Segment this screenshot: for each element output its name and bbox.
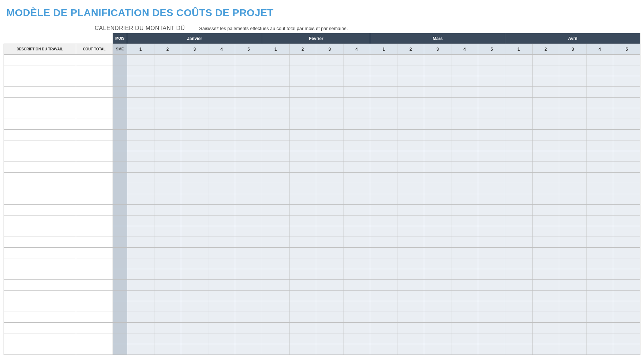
cell-week[interactable] xyxy=(370,323,397,333)
cell-week[interactable] xyxy=(397,65,424,76)
cell-week[interactable] xyxy=(154,108,181,119)
cell-week[interactable] xyxy=(559,173,586,183)
cell-week[interactable] xyxy=(613,312,640,323)
cell-cout-total[interactable] xyxy=(76,226,113,237)
cell-week[interactable] xyxy=(181,237,208,248)
cell-week[interactable] xyxy=(451,76,478,87)
cell-week[interactable] xyxy=(235,151,262,162)
cell-week[interactable] xyxy=(181,130,208,140)
cell-week[interactable] xyxy=(586,183,613,194)
cell-week[interactable] xyxy=(370,344,397,355)
cell-week[interactable] xyxy=(181,258,208,269)
cell-cout-total[interactable] xyxy=(76,87,113,98)
cell-week[interactable] xyxy=(343,140,370,151)
cell-week[interactable] xyxy=(316,194,343,205)
cell-week[interactable] xyxy=(262,301,289,312)
cell-week[interactable] xyxy=(235,237,262,248)
cell-week[interactable] xyxy=(181,87,208,98)
cell-week[interactable] xyxy=(289,291,316,301)
cell-sme[interactable] xyxy=(113,108,127,119)
cell-week[interactable] xyxy=(532,237,559,248)
cell-week[interactable] xyxy=(154,237,181,248)
cell-week[interactable] xyxy=(505,87,532,98)
cell-description[interactable] xyxy=(4,258,76,269)
cell-week[interactable] xyxy=(559,312,586,323)
cell-week[interactable] xyxy=(181,173,208,183)
cell-week[interactable] xyxy=(586,55,613,65)
cell-week[interactable] xyxy=(532,215,559,226)
cell-week[interactable] xyxy=(181,140,208,151)
cell-week[interactable] xyxy=(262,76,289,87)
cell-week[interactable] xyxy=(235,194,262,205)
cell-week[interactable] xyxy=(343,344,370,355)
cell-week[interactable] xyxy=(343,162,370,173)
cell-week[interactable] xyxy=(208,87,235,98)
cell-week[interactable] xyxy=(343,108,370,119)
cell-sme[interactable] xyxy=(113,76,127,87)
cell-week[interactable] xyxy=(559,323,586,333)
cell-cout-total[interactable] xyxy=(76,280,113,291)
cell-week[interactable] xyxy=(397,333,424,344)
cell-week[interactable] xyxy=(505,183,532,194)
cell-week[interactable] xyxy=(505,323,532,333)
cell-week[interactable] xyxy=(262,173,289,183)
cell-week[interactable] xyxy=(235,205,262,215)
cell-week[interactable] xyxy=(613,226,640,237)
cell-week[interactable] xyxy=(154,323,181,333)
cell-sme[interactable] xyxy=(113,140,127,151)
cell-sme[interactable] xyxy=(113,215,127,226)
cell-week[interactable] xyxy=(343,269,370,280)
cell-week[interactable] xyxy=(478,162,505,173)
cell-description[interactable] xyxy=(4,333,76,344)
cell-week[interactable] xyxy=(505,194,532,205)
cell-week[interactable] xyxy=(532,55,559,65)
cell-week[interactable] xyxy=(316,151,343,162)
cell-cout-total[interactable] xyxy=(76,76,113,87)
cell-week[interactable] xyxy=(154,301,181,312)
cell-week[interactable] xyxy=(289,301,316,312)
cell-week[interactable] xyxy=(127,183,154,194)
cell-week[interactable] xyxy=(343,291,370,301)
cell-week[interactable] xyxy=(586,312,613,323)
cell-week[interactable] xyxy=(424,333,451,344)
cell-sme[interactable] xyxy=(113,65,127,76)
cell-description[interactable] xyxy=(4,280,76,291)
cell-week[interactable] xyxy=(505,55,532,65)
cell-week[interactable] xyxy=(586,65,613,76)
cell-week[interactable] xyxy=(343,312,370,323)
cell-week[interactable] xyxy=(451,183,478,194)
cell-week[interactable] xyxy=(235,140,262,151)
cell-week[interactable] xyxy=(154,55,181,65)
cell-week[interactable] xyxy=(478,65,505,76)
cell-week[interactable] xyxy=(532,205,559,215)
cell-week[interactable] xyxy=(127,291,154,301)
cell-week[interactable] xyxy=(235,333,262,344)
cell-week[interactable] xyxy=(397,280,424,291)
cell-week[interactable] xyxy=(424,269,451,280)
cell-sme[interactable] xyxy=(113,344,127,355)
cell-week[interactable] xyxy=(451,226,478,237)
cell-week[interactable] xyxy=(586,162,613,173)
cell-week[interactable] xyxy=(316,344,343,355)
cell-week[interactable] xyxy=(586,301,613,312)
cell-week[interactable] xyxy=(505,237,532,248)
cell-week[interactable] xyxy=(478,301,505,312)
cell-week[interactable] xyxy=(424,301,451,312)
cell-week[interactable] xyxy=(127,237,154,248)
cell-week[interactable] xyxy=(586,194,613,205)
cell-week[interactable] xyxy=(370,119,397,130)
cell-week[interactable] xyxy=(235,98,262,108)
cell-week[interactable] xyxy=(289,205,316,215)
cell-week[interactable] xyxy=(316,87,343,98)
cell-week[interactable] xyxy=(127,344,154,355)
cell-description[interactable] xyxy=(4,226,76,237)
cell-week[interactable] xyxy=(424,173,451,183)
cell-week[interactable] xyxy=(154,119,181,130)
cell-week[interactable] xyxy=(370,140,397,151)
cell-week[interactable] xyxy=(343,173,370,183)
cell-week[interactable] xyxy=(316,162,343,173)
cell-week[interactable] xyxy=(208,55,235,65)
cell-week[interactable] xyxy=(613,108,640,119)
cell-week[interactable] xyxy=(289,76,316,87)
cell-week[interactable] xyxy=(613,248,640,258)
